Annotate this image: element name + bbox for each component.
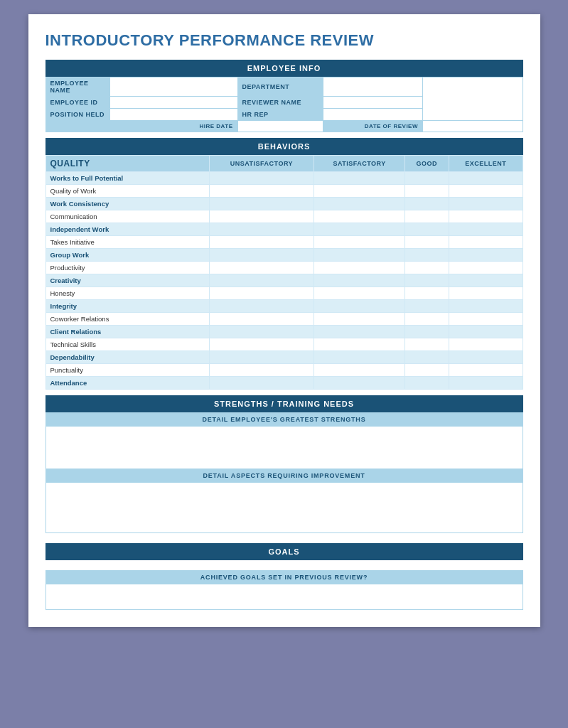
behavior-rating-cell[interactable] <box>449 351 523 364</box>
behavior-row: Attendance <box>45 377 523 390</box>
behavior-rating-cell[interactable] <box>314 172 404 185</box>
department-value[interactable] <box>323 77 423 97</box>
behavior-rating-cell[interactable] <box>314 198 404 210</box>
behavior-rating-cell[interactable] <box>209 198 314 210</box>
behavior-rating-cell[interactable] <box>314 326 404 338</box>
behavior-rating-cell[interactable] <box>209 236 314 249</box>
behavior-rating-cell[interactable] <box>449 338 523 351</box>
hire-date-value[interactable] <box>237 121 323 132</box>
improvement-text-area[interactable] <box>46 483 523 532</box>
behavior-rating-cell[interactable] <box>209 377 314 390</box>
behavior-name-cell: Integrity <box>45 300 209 313</box>
page-title: INTRODUCTORY PERFORMANCE REVIEW <box>45 31 523 50</box>
behavior-rating-cell[interactable] <box>404 287 449 300</box>
behavior-rating-cell[interactable] <box>314 351 404 364</box>
behavior-name-cell: Works to Full Potential <box>45 172 209 185</box>
behavior-rating-cell[interactable] <box>449 236 523 249</box>
behavior-rating-cell[interactable] <box>404 172 449 185</box>
behavior-rating-cell[interactable] <box>209 287 314 300</box>
behavior-rating-cell[interactable] <box>449 249 523 262</box>
behavior-rating-cell[interactable] <box>209 351 314 364</box>
behavior-rating-cell[interactable] <box>314 223 404 236</box>
excellent-header: EXCELLENT <box>449 156 523 172</box>
behavior-rating-cell[interactable] <box>314 249 404 262</box>
behavior-rating-cell[interactable] <box>449 326 523 338</box>
behavior-rating-cell[interactable] <box>449 377 523 390</box>
employee-info-section: EMPLOYEE INFO EMPLOYEE NAME DEPARTMENT E… <box>45 60 523 132</box>
behavior-rating-cell[interactable] <box>404 351 449 364</box>
behavior-rating-cell[interactable] <box>209 338 314 351</box>
behavior-rating-cell[interactable] <box>209 364 314 377</box>
behavior-rating-cell[interactable] <box>404 338 449 351</box>
behavior-rating-cell[interactable] <box>209 262 314 274</box>
behavior-rating-cell[interactable] <box>449 185 523 198</box>
behavior-rating-cell[interactable] <box>404 326 449 338</box>
behavior-row: Creativity <box>45 274 523 287</box>
behavior-rating-cell[interactable] <box>209 185 314 198</box>
behavior-rating-cell[interactable] <box>209 249 314 262</box>
employee-info-header: EMPLOYEE INFO <box>45 60 523 77</box>
behavior-rating-cell[interactable] <box>314 364 404 377</box>
goals-box: ACHIEVED GOALS SET IN PREVIOUS REVIEW? <box>45 570 523 610</box>
behavior-rating-cell[interactable] <box>449 300 523 313</box>
behavior-rating-cell[interactable] <box>209 172 314 185</box>
hr-rep-value[interactable] <box>323 109 423 121</box>
position-held-value[interactable] <box>109 109 237 121</box>
behavior-rating-cell[interactable] <box>209 223 314 236</box>
behavior-rating-cell[interactable] <box>404 223 449 236</box>
reviewer-name-value[interactable] <box>323 97 423 109</box>
behavior-rating-cell[interactable] <box>314 210 404 223</box>
behavior-rating-cell[interactable] <box>209 326 314 338</box>
behavior-rating-cell[interactable] <box>449 262 523 274</box>
behavior-rating-cell[interactable] <box>209 313 314 326</box>
behavior-rating-cell[interactable] <box>404 313 449 326</box>
behavior-rating-cell[interactable] <box>314 300 404 313</box>
behaviors-column-headers: QUALITY UNSATISFACTORY SATISFACTORY GOOD… <box>45 156 523 172</box>
behavior-name-cell: Honesty <box>45 287 209 300</box>
behavior-rating-cell[interactable] <box>449 274 523 287</box>
behavior-name-cell: Work Consistency <box>45 198 209 210</box>
behavior-rating-cell[interactable] <box>404 274 449 287</box>
behavior-rating-cell[interactable] <box>449 287 523 300</box>
date-of-review-value[interactable] <box>423 121 523 132</box>
behavior-rating-cell[interactable] <box>209 210 314 223</box>
employee-info-table: EMPLOYEE NAME DEPARTMENT EMPLOYEE ID REV… <box>45 77 523 132</box>
behavior-rating-cell[interactable] <box>314 287 404 300</box>
behavior-row: Integrity <box>45 300 523 313</box>
behavior-row: Client Relations <box>45 326 523 338</box>
behavior-rating-cell[interactable] <box>314 313 404 326</box>
behavior-rating-cell[interactable] <box>449 210 523 223</box>
behaviors-table: QUALITY UNSATISFACTORY SATISFACTORY GOOD… <box>45 155 523 390</box>
behavior-rating-cell[interactable] <box>404 377 449 390</box>
behavior-rating-cell[interactable] <box>404 262 449 274</box>
behavior-rating-cell[interactable] <box>314 185 404 198</box>
behavior-name-cell: Takes Initiative <box>45 236 209 249</box>
employee-name-value[interactable] <box>109 77 237 97</box>
behavior-rating-cell[interactable] <box>449 198 523 210</box>
behavior-rating-cell[interactable] <box>314 236 404 249</box>
behavior-name-cell: Client Relations <box>45 326 209 338</box>
behavior-rating-cell[interactable] <box>404 236 449 249</box>
behavior-rating-cell[interactable] <box>449 313 523 326</box>
behavior-rating-cell[interactable] <box>404 210 449 223</box>
behavior-rating-cell[interactable] <box>314 274 404 287</box>
behavior-row: Communication <box>45 210 523 223</box>
behavior-rating-cell[interactable] <box>314 262 404 274</box>
behavior-rating-cell[interactable] <box>404 364 449 377</box>
behavior-rating-cell[interactable] <box>314 338 404 351</box>
behavior-rating-cell[interactable] <box>449 172 523 185</box>
behavior-rating-cell[interactable] <box>209 300 314 313</box>
behavior-rating-cell[interactable] <box>404 300 449 313</box>
behavior-row: Coworker Relations <box>45 313 523 326</box>
behavior-rating-cell[interactable] <box>404 198 449 210</box>
performance-review-page: INTRODUCTORY PERFORMANCE REVIEW EMPLOYEE… <box>28 14 540 627</box>
behavior-rating-cell[interactable] <box>209 274 314 287</box>
behavior-rating-cell[interactable] <box>449 364 523 377</box>
behavior-rating-cell[interactable] <box>449 223 523 236</box>
behavior-rating-cell[interactable] <box>314 377 404 390</box>
behavior-rating-cell[interactable] <box>404 185 449 198</box>
achieved-goals-text-area[interactable] <box>46 584 523 609</box>
employee-id-value[interactable] <box>109 97 237 109</box>
strengths-text-area[interactable] <box>46 427 523 469</box>
behavior-rating-cell[interactable] <box>404 249 449 262</box>
